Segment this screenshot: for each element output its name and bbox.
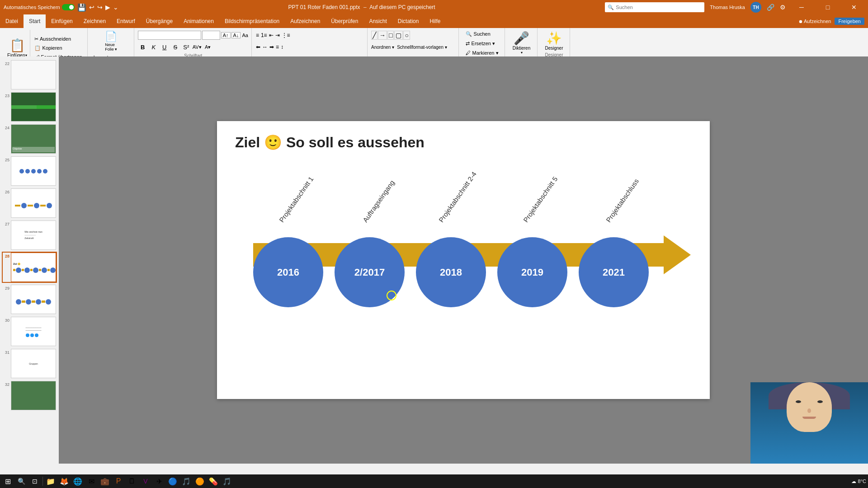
designer-button[interactable]: ✨ Designer [542, 30, 566, 52]
taskbar-divider-1 [42, 477, 43, 486]
suchen-button[interactable]: 🔍 Suchen [463, 30, 492, 38]
list-button[interactable]: ≡ [255, 32, 259, 39]
close-button[interactable]: ✕ [844, 0, 864, 14]
toolbar-more-icon[interactable]: ⌄ [113, 4, 118, 11]
toolbar-undo-icon[interactable]: ↩ [89, 4, 94, 11]
underline-button[interactable]: U [160, 43, 170, 51]
shape-rect-icon[interactable]: □ [387, 31, 394, 40]
taskview-button[interactable]: ⊡ [29, 475, 41, 487]
align-center-button[interactable]: ↔ [262, 43, 268, 51]
slide-thumb-28[interactable]: 28 Ziel 🙂 [2, 252, 57, 283]
tab-hilfe[interactable]: Hilfe [424, 14, 446, 28]
decrease-indent-button[interactable]: ⇤ [269, 32, 274, 39]
tab-datei[interactable]: Datei [0, 14, 24, 28]
font-selector[interactable] [138, 31, 201, 40]
font-color-button[interactable]: A▾ [203, 44, 213, 51]
tab-ueberpruefen[interactable]: Überprüfen [326, 14, 363, 28]
clear-format-button[interactable]: Aa [241, 32, 248, 38]
slide-thumb-29[interactable]: 29 [2, 284, 57, 315]
slide-thumb-22[interactable]: 22 [2, 59, 57, 90]
start-button[interactable]: ⊞ [2, 475, 14, 487]
autosave-switch[interactable] [62, 4, 75, 10]
search-input[interactable] [616, 5, 697, 10]
explorer-button[interactable]: 📁 [45, 475, 57, 487]
align-left-button[interactable]: ⬅ [255, 43, 261, 51]
toolbar-redo-icon[interactable]: ↪ [97, 4, 103, 11]
slide-thumb-27[interactable]: 27 Wie zeichnet man ————— Zeitstrahl [2, 220, 57, 251]
decrease-font-button[interactable]: A↓ [231, 32, 241, 38]
line-spacing-button[interactable]: ↕ [280, 43, 284, 51]
firefox-button[interactable]: 🦊 [58, 475, 70, 487]
onenote-button[interactable]: 🗒 [126, 475, 138, 487]
search-button[interactable]: 🔍 [15, 475, 27, 487]
telegram-button[interactable]: ✈ [153, 475, 165, 487]
app5-button[interactable]: 🎵 [221, 475, 233, 487]
tab-dictation[interactable]: Dictation [392, 14, 425, 28]
italic-button[interactable]: K [149, 43, 159, 51]
tab-zeichnen[interactable]: Zeichnen [78, 14, 111, 28]
slide-thumb-32[interactable]: 32 [2, 380, 57, 411]
slide-thumb-31[interactable]: 31 Gruppen [2, 348, 57, 379]
slide-thumb-26[interactable]: 26 [2, 188, 57, 219]
search-bar[interactable]: 🔍 [605, 2, 704, 12]
app2-button[interactable]: 🔵 [167, 475, 179, 487]
slide-thumb-25[interactable]: 25 [2, 155, 57, 187]
tab-einfuegen[interactable]: Einfügen [46, 14, 78, 28]
maximize-button[interactable]: □ [817, 0, 838, 14]
tab-aufzeichnen[interactable]: Aufzeichnen [285, 14, 326, 28]
mail-button[interactable]: ✉ [85, 475, 97, 487]
user-avatar[interactable]: TH [750, 2, 761, 13]
bold-button[interactable]: B [138, 43, 148, 51]
numbered-list-button[interactable]: 1≡ [260, 32, 268, 39]
app1-button[interactable]: V [140, 475, 151, 487]
slide-thumb-24[interactable]: 24 Objekte [2, 123, 57, 155]
timeline-label-5: Projektabschluss [604, 177, 640, 224]
ersetzen-button[interactable]: ⇄ Ersetzen ▾ [463, 39, 497, 48]
tab-start[interactable]: Start [24, 14, 46, 28]
font-size-selector[interactable] [202, 31, 220, 40]
tab-entwurf[interactable]: Entwurf [111, 14, 141, 28]
slide-panel: 22 23 24 Objekte 25 [0, 56, 59, 464]
minimize-button[interactable]: ─ [791, 0, 812, 14]
kopieren-button[interactable]: 📋 Kopieren [32, 44, 84, 52]
increase-indent-button[interactable]: ⇥ [275, 32, 280, 39]
chrome-button[interactable]: 🌐 [72, 475, 84, 487]
tab-animationen[interactable]: Animationen [178, 14, 219, 28]
freigeben-button[interactable]: Freigeben [835, 18, 864, 25]
tab-uebergaenge[interactable]: Übergänge [141, 14, 178, 28]
shadow-button[interactable]: S² [181, 43, 191, 51]
app3-button[interactable]: 🟠 [194, 475, 206, 487]
toolbar-save-icon[interactable]: 💾 [77, 3, 86, 12]
share-icon[interactable]: 🔗 [767, 4, 774, 11]
slide-thumb-23[interactable]: 23 [2, 91, 57, 122]
toolbar-present-icon[interactable]: ▶ [105, 4, 110, 11]
autosave-toggle[interactable]: Automatisches Speichern [4, 4, 75, 10]
tab-bildschirmpraesentation[interactable]: Bildschirmpräsentation [219, 14, 285, 28]
teams-button[interactable]: 💼 [99, 475, 111, 487]
neue-folie-button[interactable]: 📄 Neue Folie ▾ [104, 30, 118, 52]
powerpoint-button[interactable]: P [113, 475, 124, 487]
justify-button[interactable]: ≡ [275, 43, 279, 51]
align-right-button[interactable]: ➡ [269, 43, 274, 51]
char-spacing-button[interactable]: AV▾ [192, 44, 202, 51]
schnellformatvorlagen-button[interactable]: Schnellformat-vorlagen ▾ [397, 45, 447, 50]
shape-round-rect-icon[interactable]: ▢ [394, 31, 403, 40]
app4-button[interactable]: 💊 [208, 475, 219, 487]
increase-font-button[interactable]: A↑ [221, 32, 231, 38]
columns-button[interactable]: ⋮≡ [281, 32, 291, 39]
aufzeichnen-button[interactable]: ⏺ Aufzeichnen [798, 19, 831, 24]
slide-canvas[interactable]: Ziel 🙂 So soll es aussehen Projektabschn… [217, 121, 710, 399]
timeline-label-4: Projektabschnitt 5 [522, 175, 559, 224]
slide-thumb-30[interactable]: 30 ——————— ——————— [2, 316, 57, 347]
ausschneiden-button[interactable]: ✂ Ausschneiden [32, 35, 84, 43]
anordnen-button[interactable]: Anordnen ▾ [371, 45, 394, 50]
shape-line-icon[interactable]: ╱ [371, 31, 377, 40]
shape-circle-icon[interactable]: ○ [403, 31, 410, 40]
diktieren-button[interactable]: 🎤 Diktieren ▾ [510, 30, 533, 56]
tab-ansicht[interactable]: Ansicht [363, 14, 392, 28]
settings-icon[interactable]: ⚙ [780, 4, 786, 11]
music-button[interactable]: 🎵 [180, 475, 192, 487]
slide-title: Ziel 🙂 So soll es aussehen [235, 134, 425, 151]
strikethrough-button[interactable]: S [170, 43, 180, 51]
shape-arrow-icon[interactable]: → [378, 31, 387, 40]
